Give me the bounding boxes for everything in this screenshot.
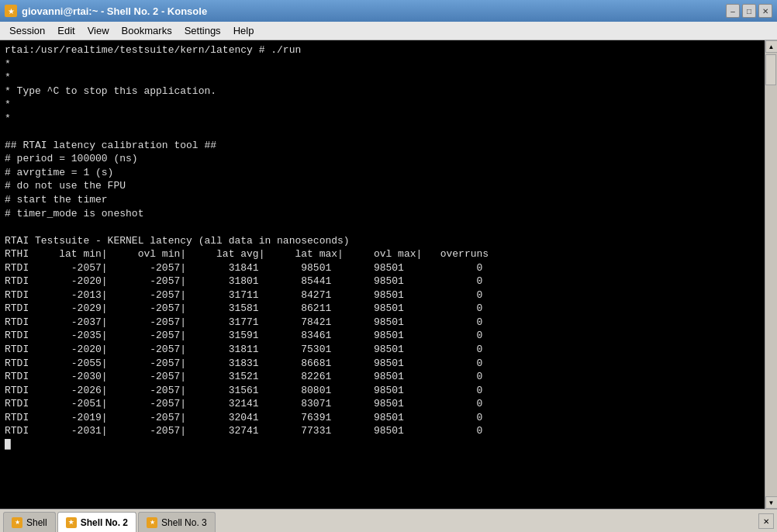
tab-shell-3-icon: ★	[147, 517, 157, 528]
menu-edit[interactable]: Edit	[51, 23, 81, 38]
tab-shell-label: Shell	[26, 517, 47, 528]
tab-shell-icon: ★	[12, 517, 22, 528]
tab-shell[interactable]: ★ Shell	[3, 512, 56, 532]
scrollbar-thumb[interactable]	[765, 54, 776, 85]
tab-shell-2[interactable]: ★ Shell No. 2	[57, 512, 136, 532]
close-button[interactable]: ✕	[758, 4, 772, 18]
menu-view[interactable]: View	[81, 23, 116, 38]
app-icon: ★	[5, 5, 17, 17]
restore-button[interactable]: □	[742, 4, 756, 18]
scrollbar: ▲ ▼	[765, 40, 777, 509]
new-tab-button[interactable]: ✕	[758, 513, 774, 529]
title-bar-controls: – □ ✕	[726, 4, 772, 18]
terminal-container: rtai:/usr/realtime/testsuite/kern/latenc…	[0, 40, 777, 509]
scroll-down-button[interactable]: ▼	[765, 496, 778, 509]
tab-shell-2-label: Shell No. 2	[81, 517, 128, 528]
menu-session[interactable]: Session	[3, 23, 51, 38]
menu-help[interactable]: Help	[227, 23, 261, 38]
minimize-button[interactable]: –	[726, 4, 740, 18]
scroll-up-button[interactable]: ▲	[765, 40, 778, 53]
terminal-output[interactable]: rtai:/usr/realtime/testsuite/kern/latenc…	[0, 40, 765, 509]
tab-shell-3-label: Shell No. 3	[161, 517, 207, 528]
title-bar-left: ★ giovanni@rtai:~ - Shell No. 2 - Konsol…	[5, 5, 207, 17]
window-title: giovanni@rtai:~ - Shell No. 2 - Konsole	[22, 5, 207, 17]
tab-bar-end: ✕	[758, 513, 774, 532]
tab-bar: ★ Shell ★ Shell No. 2 ★ Shell No. 3 ✕	[0, 509, 777, 532]
tab-shell-2-icon: ★	[66, 517, 77, 528]
menu-bookmarks[interactable]: Bookmarks	[116, 23, 178, 38]
title-bar: ★ giovanni@rtai:~ - Shell No. 2 - Konsol…	[0, 0, 777, 22]
tab-shell-3[interactable]: ★ Shell No. 3	[138, 512, 216, 532]
scrollbar-track[interactable]	[765, 53, 777, 496]
menu-settings[interactable]: Settings	[178, 23, 227, 38]
menu-bar: Session Edit View Bookmarks Settings Hel…	[0, 22, 777, 40]
